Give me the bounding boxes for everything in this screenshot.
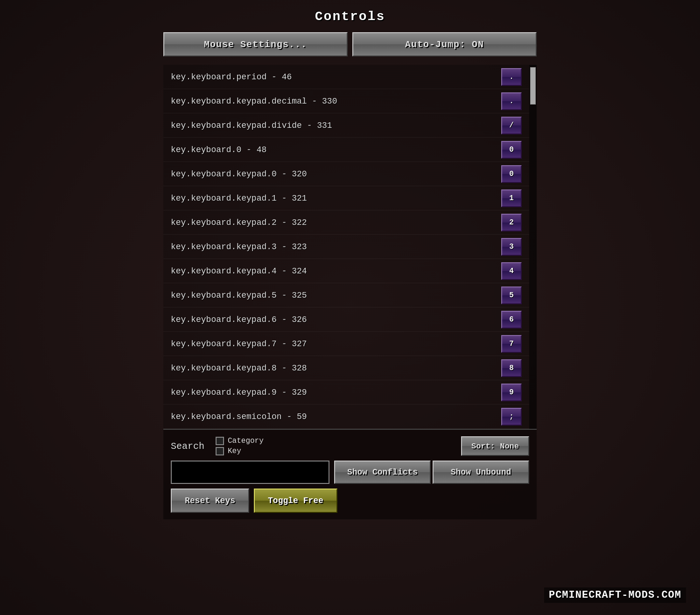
table-row[interactable]: key.keyboard.keypad.9 - 3299 bbox=[163, 380, 529, 405]
key-button[interactable]: 7 bbox=[501, 335, 522, 353]
conflict-buttons: Show Conflicts Show Unbound bbox=[334, 461, 529, 484]
search-label: Search bbox=[171, 441, 208, 452]
keybinding-label: key.keyboard.0 - 48 bbox=[171, 145, 266, 154]
keybinding-label: key.keyboard.keypad.4 - 324 bbox=[171, 266, 307, 276]
category-checkbox[interactable] bbox=[216, 437, 224, 445]
table-row[interactable]: key.keyboard.keypad.0 - 3200 bbox=[163, 162, 529, 186]
key-label: Key bbox=[228, 447, 241, 455]
category-checkbox-row: Category bbox=[216, 437, 264, 445]
table-row[interactable]: key.keyboard.keypad.8 - 3288 bbox=[163, 356, 529, 380]
key-button[interactable]: 6 bbox=[501, 311, 522, 328]
search-options-row: Search Category Key Sort: None bbox=[171, 436, 529, 456]
watermark: PCMINECRAFT-MODS.COM bbox=[544, 587, 686, 603]
key-button[interactable]: 1 bbox=[501, 189, 522, 207]
key-checkbox[interactable] bbox=[216, 447, 224, 455]
keybinding-list-wrapper: key.keyboard.period - 46.key.keyboard.ke… bbox=[163, 65, 537, 429]
key-button[interactable]: 0 bbox=[501, 165, 522, 183]
scrollbar-thumb[interactable] bbox=[530, 67, 536, 105]
bottom-controls: Search Category Key Sort: None Show Conf… bbox=[163, 429, 537, 519]
key-button[interactable]: 3 bbox=[501, 238, 522, 256]
key-checkbox-row: Key bbox=[216, 447, 264, 455]
key-button[interactable]: ; bbox=[501, 408, 522, 426]
bottom-action-row: Reset Keys Toggle Free bbox=[171, 489, 529, 513]
toggle-free-button[interactable]: Toggle Free bbox=[254, 489, 337, 513]
table-row[interactable]: key.keyboard.keypad.1 - 3211 bbox=[163, 186, 529, 210]
keybinding-label: key.keyboard.keypad.2 - 322 bbox=[171, 218, 307, 227]
table-row[interactable]: key.keyboard.keypad.2 - 3222 bbox=[163, 210, 529, 235]
table-row[interactable]: key.keyboard.keypad.7 - 3277 bbox=[163, 332, 529, 356]
top-buttons: Mouse Settings... Auto-Jump: ON bbox=[163, 32, 537, 56]
auto-jump-button[interactable]: Auto-Jump: ON bbox=[352, 32, 537, 56]
keybinding-label: key.keyboard.keypad.3 - 323 bbox=[171, 242, 307, 252]
show-unbound-button[interactable]: Show Unbound bbox=[433, 461, 529, 484]
table-row[interactable]: key.keyboard.keypad.5 - 3255 bbox=[163, 283, 529, 308]
table-row[interactable]: key.keyboard.keypad.decimal - 330. bbox=[163, 89, 529, 113]
key-button[interactable]: . bbox=[501, 68, 522, 86]
keybinding-label: key.keyboard.semicolon - 59 bbox=[171, 412, 307, 421]
keybinding-label: key.keyboard.keypad.0 - 320 bbox=[171, 169, 307, 179]
keybinding-label: key.keyboard.keypad.8 - 328 bbox=[171, 363, 307, 373]
keybinding-label: key.keyboard.keypad.decimal - 330 bbox=[171, 97, 337, 106]
key-button[interactable]: 5 bbox=[501, 287, 522, 304]
key-button[interactable]: 4 bbox=[501, 262, 522, 280]
table-row[interactable]: key.keyboard.keypad.4 - 3244 bbox=[163, 259, 529, 283]
keybinding-list: key.keyboard.period - 46.key.keyboard.ke… bbox=[163, 65, 529, 429]
scrollbar-track[interactable] bbox=[529, 65, 537, 429]
mouse-settings-button[interactable]: Mouse Settings... bbox=[163, 32, 348, 56]
table-row[interactable]: key.keyboard.period - 46. bbox=[163, 65, 529, 89]
table-row[interactable]: key.keyboard.keypad.divide - 331/ bbox=[163, 113, 529, 138]
search-input-row: Show Conflicts Show Unbound bbox=[171, 461, 529, 484]
keybinding-label: key.keyboard.keypad.1 - 321 bbox=[171, 194, 307, 203]
key-button[interactable]: 2 bbox=[501, 214, 522, 231]
keybinding-label: key.keyboard.keypad.5 - 325 bbox=[171, 291, 307, 300]
key-button[interactable]: 9 bbox=[501, 384, 522, 401]
category-label: Category bbox=[228, 437, 264, 445]
reset-keys-button[interactable]: Reset Keys bbox=[171, 489, 249, 513]
keybinding-label: key.keyboard.keypad.9 - 329 bbox=[171, 388, 307, 397]
table-row[interactable]: key.keyboard.0 - 480 bbox=[163, 138, 529, 162]
sort-button[interactable]: Sort: None bbox=[461, 436, 529, 456]
keybinding-label: key.keyboard.period - 46 bbox=[171, 72, 292, 82]
keybinding-label: key.keyboard.keypad.6 - 326 bbox=[171, 315, 307, 324]
keybinding-label: key.keyboard.keypad.divide - 331 bbox=[171, 121, 332, 130]
show-conflicts-button[interactable]: Show Conflicts bbox=[334, 461, 431, 484]
search-input[interactable] bbox=[171, 461, 329, 484]
keybinding-label: key.keyboard.keypad.7 - 327 bbox=[171, 339, 307, 349]
main-container: Controls Mouse Settings... Auto-Jump: ON… bbox=[0, 0, 700, 615]
key-button[interactable]: 0 bbox=[501, 141, 522, 159]
table-row[interactable]: key.keyboard.keypad.6 - 3266 bbox=[163, 308, 529, 332]
key-button[interactable]: / bbox=[501, 117, 522, 134]
table-row[interactable]: key.keyboard.semicolon - 59; bbox=[163, 405, 529, 429]
key-button[interactable]: 8 bbox=[501, 359, 522, 377]
page-title: Controls bbox=[315, 9, 385, 24]
filter-checkboxes: Category Key bbox=[216, 437, 264, 455]
table-row[interactable]: key.keyboard.keypad.3 - 3233 bbox=[163, 235, 529, 259]
key-button[interactable]: . bbox=[501, 92, 522, 110]
